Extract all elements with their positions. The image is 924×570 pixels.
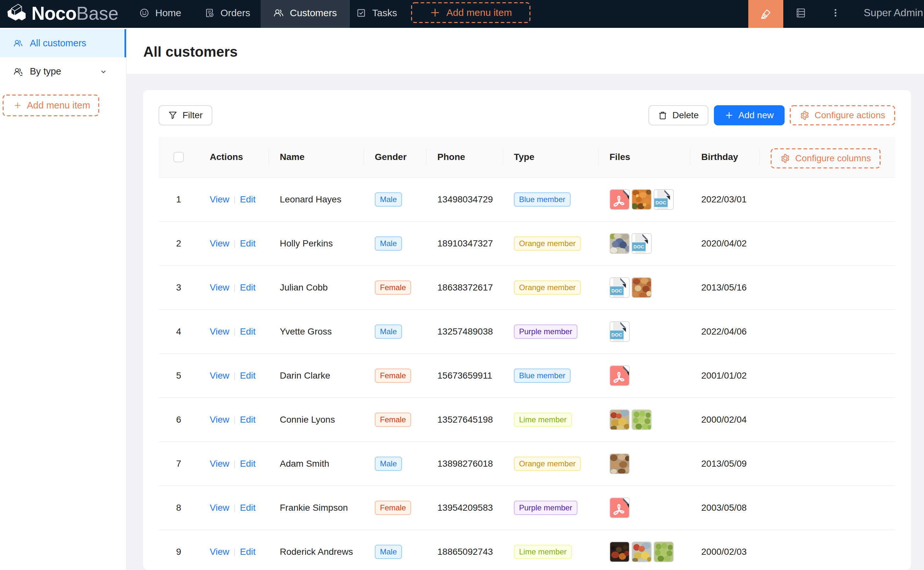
svg-text:DOC: DOC — [612, 332, 623, 337]
svg-text:DOC: DOC — [633, 244, 644, 250]
svg-text:DOC: DOC — [612, 288, 623, 293]
svg-text:DOC: DOC — [656, 200, 667, 205]
